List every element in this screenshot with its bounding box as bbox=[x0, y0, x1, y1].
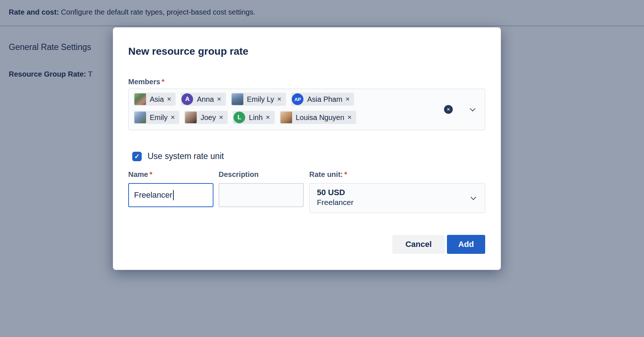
avatar: AP bbox=[292, 93, 303, 105]
member-chip-joey: Joey ✕ bbox=[184, 111, 228, 124]
member-chip-asia-pham: AP Asia Pham ✕ bbox=[291, 93, 354, 106]
chip-row: Asia ✕ A Anna ✕ Emily Ly ✕ AP Asia Pham … bbox=[134, 93, 394, 106]
avatar: L bbox=[233, 112, 245, 123]
required-asterisk: * bbox=[344, 170, 347, 178]
clear-all-icon[interactable]: ✕ bbox=[444, 105, 453, 114]
required-asterisk: * bbox=[149, 170, 152, 178]
avatar: A bbox=[181, 93, 193, 105]
chip-row: Emily ✕ Joey ✕ L Linh ✕ Louisa Nguyen ✕ bbox=[134, 111, 394, 124]
use-system-rate-unit-checkbox[interactable]: ✓ bbox=[132, 152, 142, 161]
description-label: Description bbox=[219, 170, 259, 179]
avatar bbox=[232, 93, 243, 105]
member-chip-asia: Asia ✕ bbox=[134, 93, 176, 106]
text-cursor bbox=[173, 190, 174, 200]
dialog-buttons: Cancel Add bbox=[392, 235, 485, 254]
avatar bbox=[134, 112, 146, 123]
member-chip-emily: Emily ✕ bbox=[134, 111, 179, 124]
member-chip-louisa-nguyen: Louisa Nguyen ✕ bbox=[280, 111, 356, 124]
remove-member-icon[interactable]: ✕ bbox=[216, 93, 226, 106]
rate-unit-label: Rate unit:* bbox=[309, 170, 347, 179]
description-input[interactable] bbox=[219, 183, 304, 207]
remove-member-icon[interactable]: ✕ bbox=[345, 93, 354, 106]
avatar bbox=[185, 112, 197, 123]
use-system-rate-unit-row: ✓ Use system rate unit bbox=[132, 151, 224, 161]
cancel-button[interactable]: Cancel bbox=[392, 235, 445, 254]
required-asterisk: * bbox=[162, 78, 165, 86]
remove-member-icon[interactable]: ✕ bbox=[218, 111, 228, 124]
avatar bbox=[134, 93, 146, 105]
chevron-down-icon[interactable] bbox=[470, 106, 476, 112]
dialog-title: New resource group rate bbox=[128, 46, 248, 57]
name-label: Name* bbox=[128, 170, 152, 179]
remove-member-icon[interactable]: ✕ bbox=[170, 111, 180, 124]
member-chip-emily-ly: Emily Ly ✕ bbox=[231, 93, 286, 106]
new-resource-group-rate-dialog: New resource group rate Members* Asia ✕ … bbox=[113, 27, 501, 270]
rate-unit-select[interactable]: 50 USD Freelancer bbox=[309, 183, 485, 213]
remove-member-icon[interactable]: ✕ bbox=[166, 93, 176, 106]
name-input-value: Freelancer bbox=[134, 190, 172, 200]
avatar bbox=[280, 112, 292, 123]
checkbox-label: Use system rate unit bbox=[148, 151, 224, 161]
rate-unit-name: Freelancer bbox=[317, 198, 478, 207]
members-label: Members* bbox=[128, 78, 165, 86]
member-chip-linh: L Linh ✕ bbox=[233, 111, 274, 124]
add-button[interactable]: Add bbox=[447, 235, 485, 254]
rate-unit-value: 50 USD bbox=[317, 188, 478, 197]
remove-member-icon[interactable]: ✕ bbox=[276, 93, 286, 106]
members-multiselect[interactable]: Asia ✕ A Anna ✕ Emily Ly ✕ AP Asia Pham … bbox=[128, 89, 485, 130]
name-input[interactable]: Freelancer bbox=[128, 183, 213, 207]
remove-member-icon[interactable]: ✕ bbox=[265, 111, 275, 124]
remove-member-icon[interactable]: ✕ bbox=[346, 111, 356, 124]
member-chips: Asia ✕ A Anna ✕ Emily Ly ✕ AP Asia Pham … bbox=[134, 93, 394, 124]
member-chip-anna: A Anna ✕ bbox=[181, 93, 225, 106]
